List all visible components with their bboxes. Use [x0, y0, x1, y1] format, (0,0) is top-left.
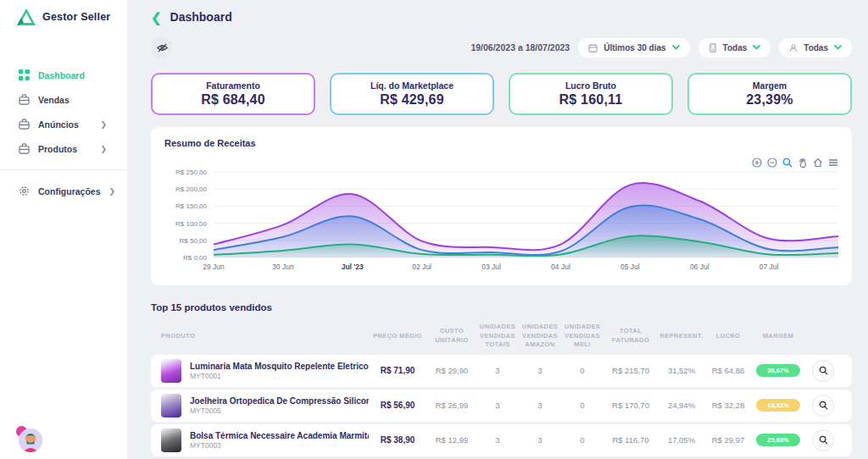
kpi-card-liquido-marketplace: Líq. do Marketplace R$ 429,69	[330, 73, 494, 115]
kpi-card-margem: Margem 23,39%	[687, 73, 852, 115]
user-avatar[interactable]	[19, 429, 42, 452]
cell-total-faturado: R$ 170,70	[603, 401, 659, 410]
cell-total-faturado: R$ 215,70	[603, 366, 659, 375]
cell-custo-unitario: R$ 29,90	[426, 366, 477, 375]
cell-unidades-amazon: 3	[518, 366, 562, 375]
cell-unidades-totais: 3	[477, 401, 518, 410]
menu-icon[interactable]	[828, 158, 838, 168]
cell-represent: 17,05%	[659, 435, 704, 445]
pan-icon[interactable]	[798, 158, 808, 168]
kpi-cards: Faturamento R$ 684,40 Líq. do Marketplac…	[151, 73, 852, 115]
sidebar-item-anuncios[interactable]: Anúncios ❯	[0, 112, 127, 136]
date-range-label: 19/06/2023 a 18/07/2023	[470, 42, 570, 53]
y-tick-label: R$ 250,00	[175, 169, 207, 176]
search-icon	[819, 435, 828, 445]
cell-preco-medio: R$ 56,90	[369, 401, 426, 410]
gear-icon	[19, 185, 30, 196]
column-header: TOTAL FATURADO	[603, 327, 659, 345]
sidebar-item-vendas[interactable]: Vendas	[0, 87, 127, 112]
selection-zoom-icon[interactable]	[782, 158, 793, 168]
product-thumbnail	[161, 394, 181, 418]
x-tick-label: 30 Jun	[272, 263, 294, 271]
grid-icon	[19, 69, 30, 80]
person-icon	[789, 43, 798, 53]
chart-toolbar	[752, 158, 838, 168]
product-name: Bolsa Térmica Necessaire Academia Marmit…	[190, 431, 369, 440]
x-tick-label: Jul '23	[342, 263, 364, 271]
chart-x-axis: 29 Jun30 JunJul '2302 Jul03 Jul04 Jul05 …	[214, 263, 838, 274]
account-dropdown[interactable]: Todas	[779, 38, 852, 58]
search-icon	[819, 401, 828, 410]
chevron-down-icon	[834, 45, 842, 50]
column-header: CUSTO UNITÁRIO	[426, 327, 477, 345]
revenue-chart-card: Resumo de Receitas R$ 250,00R$ 200,00R$ …	[151, 127, 852, 285]
hide-values-button[interactable]	[151, 36, 173, 58]
x-tick-label: 05 Jul	[620, 263, 640, 271]
column-header: MARGEM	[752, 332, 804, 341]
product-thumbnail	[161, 359, 181, 383]
table-rows: Luminaria Mata Mosquito Repelente Eletri…	[151, 355, 852, 456]
top-products-title: Top 15 produtos vendidos	[151, 302, 852, 312]
cell-lucro: R$ 32,28	[704, 401, 752, 410]
kpi-label: Líq. do Marketplace	[370, 80, 453, 91]
chart-title: Resumo de Receitas	[164, 138, 838, 148]
table-row: Bolsa Térmica Necessaire Academia Marmit…	[151, 424, 852, 456]
cell-preco-medio: R$ 71,90	[369, 366, 426, 375]
kpi-value: 23,39%	[746, 92, 793, 108]
y-tick-label: R$ 200,00	[175, 185, 207, 193]
product-name: Joelheira Ortopedica De Compressão Silic…	[190, 396, 369, 406]
product-sku: MYT0001	[190, 372, 369, 380]
y-tick-label: R$ 100,00	[175, 219, 207, 227]
sidebar: Gestor Seller Dashboard Vendas Anúncios …	[0, 0, 127, 459]
cell-unidades-amazon: 3	[518, 401, 562, 410]
period-value: Últimos 30 dias	[604, 43, 665, 53]
sidebar-item-produtos[interactable]: Produtos ❯	[0, 136, 127, 161]
product-search-button[interactable]	[812, 360, 834, 382]
period-dropdown[interactable]: Últimos 30 dias	[578, 38, 689, 58]
x-tick-label: 07 Jul	[760, 263, 779, 271]
marketplace-value: Todas	[723, 43, 748, 53]
search-icon	[819, 366, 828, 375]
margin-badge: 30,07%	[756, 364, 800, 377]
y-tick-label: R$ 50,00	[180, 236, 207, 244]
kpi-value: R$ 684,40	[201, 92, 265, 108]
calendar-icon	[588, 43, 598, 53]
sidebar-divider	[0, 169, 127, 170]
cell-custo-unitario: R$ 12,99	[426, 435, 477, 445]
column-header: REPRESENT.	[659, 332, 704, 341]
kpi-label: Margem	[753, 80, 787, 91]
product-search-button[interactable]	[812, 429, 834, 451]
cell-custo-unitario: R$ 26,99	[426, 401, 477, 410]
table-header: PRODUTO PREÇO MÉDIO CUSTO UNITÁRIO UNIDA…	[151, 318, 852, 355]
cell-lucro: R$ 29,97	[704, 435, 752, 445]
x-tick-label: 29 Jun	[203, 263, 225, 271]
sidebar-item-configuracoes[interactable]: Configurações ❯	[0, 179, 127, 203]
x-tick-label: 06 Jul	[690, 263, 709, 271]
zoom-out-icon[interactable]	[767, 158, 777, 168]
revenue-area-chart[interactable]	[214, 171, 838, 258]
kpi-value: R$ 160,11	[559, 92, 623, 108]
margin-badge: 18,91%	[756, 399, 800, 412]
cell-unidades-meli: 0	[562, 366, 603, 375]
cell-unidades-meli: 0	[562, 435, 603, 445]
product-search-button[interactable]	[812, 395, 834, 417]
page-title: Dashboard	[170, 10, 232, 24]
cell-total-faturado: R$ 116,70	[603, 435, 659, 445]
margin-badge: 25,68%	[756, 434, 800, 446]
home-icon[interactable]	[813, 158, 823, 168]
marketplace-dropdown[interactable]: Todas	[698, 38, 771, 58]
column-header: LUCRO	[704, 332, 752, 341]
cell-lucro: R$ 64,86	[704, 366, 752, 375]
logo-triangle-icon	[17, 8, 36, 25]
cell-represent: 24,94%	[659, 401, 704, 410]
x-tick-label: 02 Jul	[412, 263, 431, 271]
x-tick-label: 04 Jul	[551, 263, 570, 271]
back-button[interactable]: ❮	[151, 11, 162, 24]
product-thumbnail	[161, 429, 181, 452]
sidebar-item-label: Vendas	[38, 95, 70, 105]
cell-preco-medio: R$ 38,90	[369, 435, 426, 445]
column-header: PREÇO MÉDIO	[369, 332, 426, 341]
product-sku: MYT0005	[190, 406, 369, 415]
sidebar-item-dashboard[interactable]: Dashboard	[0, 63, 127, 87]
zoom-in-icon[interactable]	[752, 158, 762, 168]
